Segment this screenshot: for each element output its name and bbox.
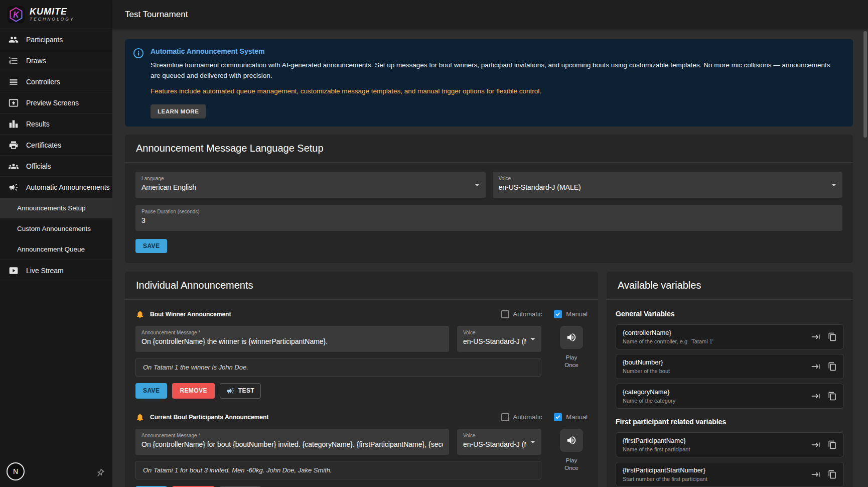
language-setup-title: Announcement Message Language Setup [125, 135, 853, 163]
announcement-item-bout-winner: Bout Winner Announcement Automatic Manua… [135, 310, 588, 399]
variables-group-heading: General Variables [616, 310, 844, 318]
copy-icon[interactable] [828, 470, 837, 479]
sidebar-item-certificates[interactable]: Certificates [0, 135, 112, 156]
individual-announcements-card: Individual Announcements Bout Winner Ann… [125, 272, 598, 487]
user-avatar[interactable]: N [7, 462, 25, 480]
variable-name: {firstParticipantStartNumber} [623, 466, 806, 474]
pause-duration-value: 3 [141, 216, 836, 224]
voice-select[interactable]: Voice en-US-Standard-J (MALE) [493, 172, 843, 198]
kumite-logo-icon: K [7, 6, 25, 24]
variable-name: {categoryName} [623, 388, 806, 396]
results-icon [9, 119, 19, 129]
automatic-checkbox[interactable]: Automatic [501, 413, 542, 421]
bell-icon [135, 413, 144, 422]
automatic-checkbox[interactable]: Automatic [501, 310, 542, 318]
chevron-down-icon [530, 338, 535, 340]
variable-row: {categoryName} Name of the category [616, 384, 844, 409]
message-label: Announcement Message * [141, 433, 443, 438]
insert-variable-icon[interactable] [811, 332, 820, 341]
copy-icon[interactable] [828, 440, 837, 449]
sidebar-item-automatic-announcements[interactable]: Automatic Announcements [0, 177, 112, 198]
sidebar-subitem-custom-announcements[interactable]: Custom Announcements [0, 218, 112, 239]
insert-variable-icon[interactable] [811, 362, 820, 371]
sidebar-subitem-announcements-setup[interactable]: Announcements Setup [0, 198, 112, 218]
campaign-icon [226, 387, 235, 395]
copy-icon[interactable] [828, 392, 837, 401]
page-title: Test Tournament [125, 10, 188, 20]
voice-label: Voice [499, 176, 828, 181]
automatic-label: Automatic [513, 413, 542, 421]
pause-duration-field[interactable]: Pause Duration (seconds) 3 [135, 205, 842, 231]
sidebar-item-controllers[interactable]: Controllers [0, 71, 112, 92]
sidebar-item-label: Draws [26, 57, 46, 65]
language-setup-card: Announcement Message Language Setup Lang… [125, 135, 853, 263]
sidebar-item-label: Results [26, 120, 50, 128]
play-announcement-button[interactable] [560, 326, 583, 349]
test-announcement-button[interactable]: TEST [220, 383, 261, 399]
sidebar-item-live-stream[interactable]: Live Stream [0, 260, 112, 281]
sidebar-item-label: Officials [26, 162, 51, 170]
chevron-down-icon [831, 184, 836, 186]
test-label: TEST [238, 387, 254, 394]
manual-checkbox[interactable]: Manual [554, 413, 588, 421]
copy-icon[interactable] [828, 362, 837, 371]
available-variables-card: Available variables General Variables {c… [607, 272, 853, 487]
banner-paragraph-1: Streamline tournament communication with… [151, 60, 833, 81]
message-label: Announcement Message * [141, 330, 443, 335]
variable-description: Number of the bout [623, 368, 806, 374]
info-icon [133, 48, 144, 59]
announcement-message-field[interactable]: Announcement Message * On {controllerNam… [135, 326, 449, 352]
manual-checkbox[interactable]: Manual [554, 310, 588, 318]
copy-icon[interactable] [828, 332, 837, 341]
banner-paragraph-2: Features include automated queue managem… [151, 86, 833, 97]
sidebar-item-participants[interactable]: Participants [0, 29, 112, 50]
insert-variable-icon[interactable] [811, 470, 820, 479]
message-value: On {controllerName} for bout {boutNumber… [141, 440, 443, 448]
variable-row: {firstParticipantName} Name of the first… [616, 432, 844, 457]
participants-icon [9, 35, 19, 45]
learn-more-button[interactable]: LEARN MORE [151, 104, 206, 118]
announcement-voice-select[interactable]: Voice en-US-Standard-J (MAL... [457, 429, 541, 455]
save-language-setup-button[interactable]: SAVE [135, 239, 167, 253]
variable-description: Name of the controller, e.g. 'Tatami 1' [623, 338, 806, 344]
sidebar-item-draws[interactable]: Draws [0, 50, 112, 71]
automatic-label: Automatic [513, 310, 542, 318]
insert-variable-icon[interactable] [811, 440, 820, 449]
voice-label: Voice [463, 433, 526, 438]
sidebar-item-results[interactable]: Results [0, 113, 112, 135]
sidebar-item-label: Certificates [26, 141, 61, 149]
announcement-voice-select[interactable]: Voice en-US-Standard-J (MAL... [457, 326, 541, 352]
pin-sidebar-icon[interactable] [93, 466, 107, 480]
certificates-icon [9, 140, 19, 150]
chevron-down-icon [530, 441, 535, 443]
sidebar-item-label: Participants [26, 36, 63, 44]
vertical-scrollbar[interactable] [863, 31, 867, 138]
banner-title: Automatic Announcement System [151, 47, 833, 55]
sidebar-item-label: Live Stream [26, 267, 64, 275]
voice-value: en-US-Standard-J (MAL... [463, 337, 526, 345]
manual-label: Manual [566, 413, 588, 421]
avatar-letter: N [13, 467, 18, 475]
remove-announcement-button[interactable]: REMOVE [172, 383, 214, 399]
announcement-message-field[interactable]: Announcement Message * On {controllerNam… [135, 429, 449, 455]
sidebar-item-label: Controllers [26, 78, 60, 86]
voice-label: Voice [463, 330, 526, 335]
play-announcement-button[interactable] [560, 429, 583, 452]
app-logo[interactable]: K KUMITE TECHNOLOGY [0, 0, 112, 29]
bell-icon [135, 310, 144, 319]
sidebar: K KUMITE TECHNOLOGY Participants Draws C… [0, 0, 112, 487]
insert-variable-icon[interactable] [811, 392, 820, 401]
sidebar-item-officials[interactable]: Officials [0, 156, 112, 177]
variable-description: Start number of the first participant [623, 476, 806, 482]
variable-name: {controllerName} [623, 329, 806, 336]
sidebar-item-preview-screens[interactable]: Preview Screens [0, 92, 112, 113]
save-announcement-button[interactable]: SAVE [135, 383, 167, 399]
controllers-icon [9, 77, 19, 87]
language-select[interactable]: Language American English [135, 172, 486, 198]
topbar: Test Tournament [112, 0, 868, 29]
variable-name: {firstParticipantName} [623, 437, 806, 444]
voice-value: en-US-Standard-J (MALE) [499, 183, 828, 191]
variable-row: {firstParticipantStartNumber} Start numb… [616, 462, 844, 487]
speaker-icon [566, 435, 577, 446]
sidebar-subitem-announcement-queue[interactable]: Announcement Queue [0, 239, 112, 260]
